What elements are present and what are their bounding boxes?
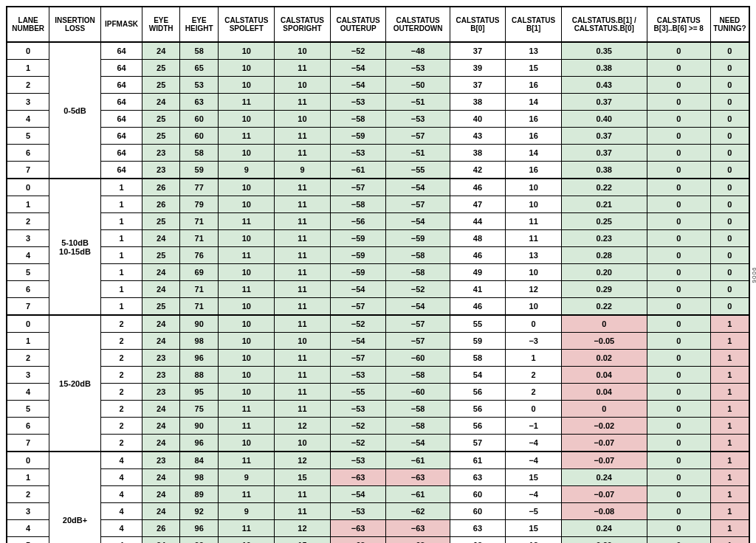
cell-b36: 0 — [647, 503, 710, 520]
cell-b1: 10 — [506, 264, 562, 281]
cell-od: −57 — [386, 333, 450, 350]
cell-ou: −53 — [330, 503, 386, 520]
cell-lane: 2 — [7, 213, 49, 230]
cell-eh: 58 — [179, 145, 219, 162]
cell-nt: 1 — [710, 367, 749, 384]
table-row: 00-5dB6424581010−52−4837130.3500 — [7, 42, 749, 60]
cell-spr: 15 — [275, 537, 331, 544]
cell-spl: 10 — [219, 145, 275, 162]
cell-spl: 11 — [219, 418, 275, 435]
cell-ratio: −0.07 — [561, 435, 647, 452]
cell-ou: −52 — [330, 435, 386, 452]
cell-od: −53 — [386, 111, 450, 128]
cell-ipf: 2 — [100, 333, 142, 350]
cell-ew: 24 — [142, 42, 179, 60]
cell-lane: 0 — [7, 452, 49, 469]
insertion-loss-group: 15-20dB — [49, 315, 100, 452]
cell-spl: 11 — [219, 401, 275, 418]
cell-b0: 57 — [450, 435, 506, 452]
cell-od: −54 — [386, 179, 450, 196]
cell-spr: 11 — [275, 401, 331, 418]
cell-b36: 0 — [647, 418, 710, 435]
cell-lane: 1 — [7, 60, 49, 77]
cell-b36: 0 — [647, 60, 710, 77]
cell-eh: 53 — [179, 77, 219, 94]
cell-nt: 1 — [710, 401, 749, 418]
cell-od: −58 — [386, 367, 450, 384]
cell-lane: 6 — [7, 281, 49, 298]
cell-ipf: 2 — [100, 435, 142, 452]
cell-b1: −1 — [506, 418, 562, 435]
cell-ou: −57 — [330, 298, 386, 316]
cell-eh: 89 — [179, 486, 219, 503]
cell-lane: 4 — [7, 111, 49, 128]
cell-ratio: −0.07 — [561, 486, 647, 503]
cell-lane: 5 — [7, 537, 49, 544]
table-row: 5424921015−63−6363180.2901 — [7, 537, 749, 544]
cell-ipf: 2 — [100, 384, 142, 401]
cell-od: −61 — [386, 452, 450, 469]
cell-ipf: 1 — [100, 230, 142, 247]
cell-lane: 5 — [7, 128, 49, 145]
cell-b0: 61 — [450, 452, 506, 469]
table-row: 6224901112−52−5856−1−0.0201 — [7, 418, 749, 435]
cell-b36: 0 — [647, 367, 710, 384]
cell-b0: 56 — [450, 401, 506, 418]
cell-b36: 0 — [647, 520, 710, 537]
cell-spr: 10 — [275, 435, 331, 452]
cell-b0: 40 — [450, 111, 506, 128]
cell-ratio: 0.38 — [561, 60, 647, 77]
cell-nt: 0 — [710, 230, 749, 247]
cell-spl: 10 — [219, 367, 275, 384]
cell-od: −58 — [386, 418, 450, 435]
column-header: CALSTATUS SPORIGHT — [275, 7, 331, 42]
cell-ew: 26 — [142, 196, 179, 213]
cell-nt: 1 — [710, 469, 749, 486]
cell-ou: −54 — [330, 281, 386, 298]
cell-ew: 23 — [142, 367, 179, 384]
cell-spr: 11 — [275, 298, 331, 316]
cell-eh: 60 — [179, 111, 219, 128]
cell-ew: 25 — [142, 128, 179, 145]
cell-ou: −54 — [330, 486, 386, 503]
cell-od: −58 — [386, 247, 450, 264]
cell-ou: −54 — [330, 333, 386, 350]
cell-spr: 11 — [275, 281, 331, 298]
cell-b1: 11 — [506, 213, 562, 230]
cell-b1: 13 — [506, 247, 562, 264]
cell-b36: 0 — [647, 452, 710, 469]
cell-spl: 10 — [219, 350, 275, 367]
cell-lane: 7 — [7, 162, 49, 179]
cell-eh: 71 — [179, 230, 219, 247]
cell-nt: 1 — [710, 520, 749, 537]
cell-b36: 0 — [647, 213, 710, 230]
cell-b36: 0 — [647, 77, 710, 94]
column-header: IPFMASK — [100, 7, 142, 42]
cell-lane: 3 — [7, 503, 49, 520]
cell-ipf: 2 — [100, 401, 142, 418]
cell-od: −61 — [386, 486, 450, 503]
cell-ratio: 0.23 — [561, 230, 647, 247]
cell-spr: 11 — [275, 179, 331, 196]
cell-ew: 24 — [142, 435, 179, 452]
cell-b1: 15 — [506, 469, 562, 486]
cell-spr: 15 — [275, 469, 331, 486]
cell-b36: 0 — [647, 333, 710, 350]
cell-ratio: 0.22 — [561, 179, 647, 196]
cell-ou: −53 — [330, 401, 386, 418]
table-row: 7125711011−57−5446100.2200 — [7, 298, 749, 316]
column-header: LANE NUMBER — [7, 7, 49, 42]
cell-eh: 96 — [179, 520, 219, 537]
table-row: 2424891111−54−6160−4−0.0701 — [7, 486, 749, 503]
cell-ew: 24 — [142, 94, 179, 111]
cell-spr: 12 — [275, 418, 331, 435]
cell-ratio: 0.24 — [561, 469, 647, 486]
cell-b0: 63 — [450, 469, 506, 486]
cell-eh: 84 — [179, 452, 219, 469]
cell-ew: 24 — [142, 264, 179, 281]
cell-ou: −52 — [330, 315, 386, 333]
cell-b1: 15 — [506, 520, 562, 537]
cell-ou: −52 — [330, 418, 386, 435]
table-row: 3124711011−59−5948110.2300 — [7, 230, 749, 247]
cell-nt: 0 — [710, 77, 749, 94]
